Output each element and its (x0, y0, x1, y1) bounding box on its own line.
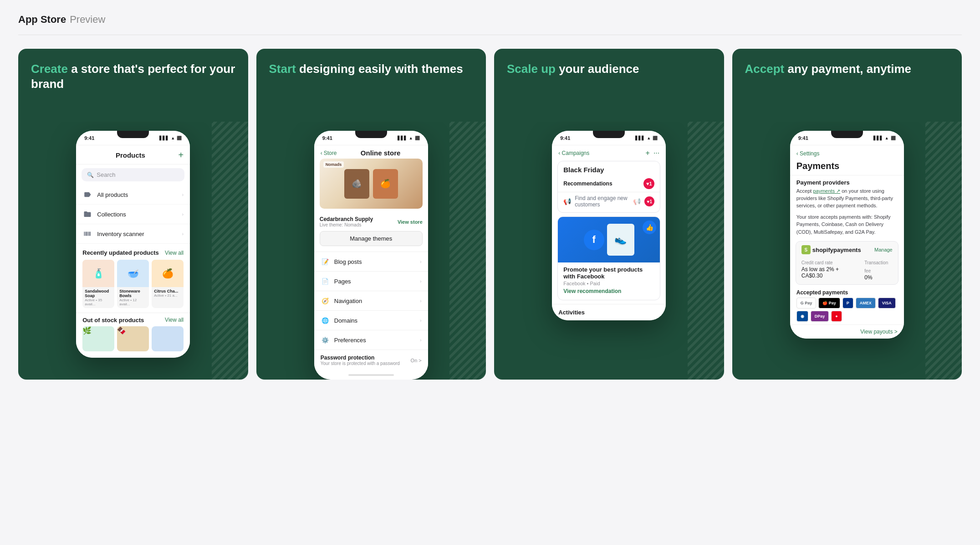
product-sandalwood[interactable]: 🧴 Sandalwood Soap Active • 35 avail... (82, 260, 114, 308)
phone2-theme-info: Cedarbranch Supply Live theme: Nomads Vi… (314, 213, 428, 231)
phone3-social-info: Promote your best products with Facebook… (558, 262, 660, 300)
navigation-icon: 🧭 (321, 296, 330, 305)
like-button[interactable]: 👍 (643, 221, 656, 234)
phone2-view-store-btn[interactable]: View store (398, 219, 423, 225)
transaction-fee-value: 0% (864, 274, 892, 281)
product-stoneware-img: 🥣 (117, 260, 149, 287)
phone1-collections[interactable]: Collections › (76, 205, 190, 224)
find-badge: ♥1 (644, 196, 654, 206)
shopify-payments-logo: S shopifypayments (801, 245, 861, 254)
view-rec-btn[interactable]: View recommendation (563, 286, 654, 296)
phone2-pages[interactable]: 📄 Pages › (314, 271, 428, 291)
phone3-campaign-card: Black Friday Recommendations ♥1 📢 Find a… (557, 161, 660, 213)
phone3-time: 9:41 (560, 135, 570, 141)
product-citrus[interactable]: 🍊 Citrus Cha... Active • 21 a... (152, 260, 184, 308)
phone2-blog-posts[interactable]: 📝 Blog posts › (314, 252, 428, 271)
phone2-back-bar: ‹ Store Online store (314, 145, 428, 159)
card4-headline: Accept any payment, anytime (745, 62, 949, 77)
phone2-domains[interactable]: 🌐 Domains › (314, 310, 428, 330)
manage-link[interactable]: Manage (874, 247, 893, 252)
amex-logo: AMEX (856, 298, 876, 308)
phone4-rate-row: Credit card rate As low as 2% + CA$0.30 … (801, 258, 893, 281)
card1-stripes (212, 122, 248, 380)
phone2-preferences[interactable]: ⚙️ Preferences › (314, 330, 428, 350)
tag-icon (82, 190, 92, 200)
card-design: Start designing easily with themes 9:41 … (256, 49, 486, 380)
blog-icon: 📝 (321, 257, 330, 266)
password-status: On > (411, 358, 422, 363)
card1-headline: Create a store that's perfect for your b… (31, 62, 235, 91)
phone2-icons: ▋▋▋ ▲ ⬛ (398, 136, 420, 140)
out-product-3[interactable] (152, 326, 184, 351)
all-products-label: All products (97, 191, 128, 198)
card2-phone: 9:41 ▋▋▋ ▲ ⬛ ‹ Store Online store (314, 131, 428, 380)
product-stoneware[interactable]: 🥣 Stoneware Bowls Active • 12 avail... (117, 260, 149, 308)
phone2-back-btn[interactable]: ‹ Store (321, 150, 337, 156)
theme-product-box2: 🍊 (373, 169, 398, 199)
social-title: Promote your best products with Facebook (563, 266, 654, 280)
folder-icon (82, 209, 92, 219)
phone3-social-img: f 👟 👍 (558, 217, 660, 262)
phone4-shopify-bar: S shopifypayments Manage Credit card rat… (796, 241, 898, 285)
phone1-icons: ▋▋▋ ▲ ⬛ (159, 136, 182, 140)
card3-phone-area: 9:41 ▋▋▋ ▲ ⬛ ‹ Campaigns + ··· (494, 122, 724, 380)
phone3-activities: Activities (552, 304, 666, 320)
card2-header: Start designing easily with themes (256, 49, 486, 122)
phone2-theme-label: Nomads (323, 161, 344, 168)
phone3-rec-row: Recommendations ♥1 (558, 175, 660, 192)
phone1-search-bar[interactable]: 🔍 Search (82, 168, 184, 181)
megaphone-icon: 📢 (563, 198, 571, 205)
phone2-password: Password protection Your store is protec… (314, 350, 428, 370)
card4-header: Accept any payment, anytime (732, 49, 962, 122)
card1-phone-area: 9:41 ▋▋▋ ▲ ⬛ Products + 🔍 (18, 122, 248, 380)
phone1-all-products[interactable]: All products › (76, 185, 190, 205)
out-product-1[interactable]: 🌿 (82, 326, 114, 351)
phone1-notch (117, 131, 149, 138)
phone2-notch (355, 131, 387, 138)
phone3-bf-header: Black Friday (558, 161, 660, 175)
phone4-notch (831, 131, 863, 138)
phone4-back-btn[interactable]: ‹ Settings (796, 150, 820, 157)
megaphone-right-icon: 📢 (633, 198, 641, 205)
phone2-manage-themes-btn[interactable]: Manage themes (320, 231, 423, 246)
phone3-back-btn[interactable]: ‹ Campaigns (558, 150, 589, 156)
phone4-payouts-row: View payouts > (790, 324, 904, 339)
card-payments: Accept any payment, anytime 9:41 ▋▋▋ ▲ ⬛ (732, 49, 962, 380)
out-view-all[interactable]: View all (165, 317, 184, 324)
phone4-body-text: Accept payments ↗ on your store using pr… (790, 188, 904, 213)
phone2-status-bar: 9:41 ▋▋▋ ▲ ⬛ (314, 131, 428, 145)
recent-view-all[interactable]: View all (165, 250, 184, 256)
phone3-plus-btn[interactable]: + (646, 149, 650, 157)
phone4-status-bar: 9:41 ▋▋▋ ▲ ⬛ (790, 131, 904, 145)
payments-link[interactable]: payments ↗ (813, 188, 840, 194)
social-product-thumb: 👟 (607, 224, 634, 256)
credit-rate-value: As low as 2% + CA$0.30 (801, 266, 856, 279)
phone1-search-text: Search (97, 171, 115, 178)
phone2-store-name: Cedarbranch Supply (320, 216, 373, 222)
phone3-content: ‹ Campaigns + ··· Black Friday Recommend… (552, 145, 666, 320)
phone3-more-btn[interactable]: ··· (653, 149, 659, 157)
payment-providers-title: Payment providers (790, 175, 904, 188)
out-product-2[interactable]: 🍫 (117, 326, 149, 351)
dpay-logo: DPay (811, 311, 829, 322)
phone2-navigation[interactable]: 🧭 Navigation › (314, 291, 428, 310)
phone1-nav-title: Products (116, 151, 145, 159)
card4-phone-area: 9:41 ▋▋▋ ▲ ⬛ ‹ Settings Payments Payment… (732, 122, 962, 380)
phone1-plus-btn[interactable]: + (179, 150, 184, 160)
password-sub: Your store is protected with a password (321, 361, 400, 366)
card3-header: Scale up your audience (494, 49, 724, 122)
rec-label: Recommendations (563, 180, 612, 187)
cards-container: Create a store that's perfect for your b… (18, 49, 962, 380)
social-sub: Facebook • Paid (563, 281, 654, 286)
phone4-page-title: Payments (790, 159, 904, 175)
card2-headline: Start designing easily with themes (269, 62, 474, 77)
card4-phone: 9:41 ▋▋▋ ▲ ⬛ ‹ Settings Payments Payment… (790, 131, 904, 339)
transaction-fee-col: Transaction fee 0% (864, 258, 892, 281)
phone1-time: 9:41 (84, 135, 94, 141)
phone1-inventory-scanner[interactable]: Inventory scanner › (76, 224, 190, 244)
applepay-logo: 🍎 Pay (818, 298, 840, 308)
phone3-find-row: 📢 Find and engage new customers 📢 ♥1 (558, 192, 660, 212)
card3-accent: Scale up (507, 62, 556, 76)
view-payouts-link[interactable]: View payouts > (860, 329, 898, 335)
preferences-icon: ⚙️ (321, 335, 330, 344)
